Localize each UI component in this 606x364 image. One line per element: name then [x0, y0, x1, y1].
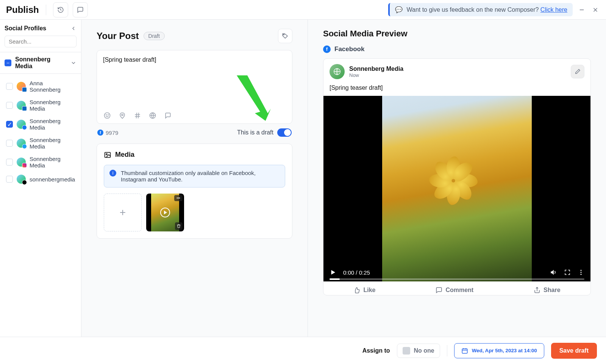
profile-row[interactable]: Sonnenberg Media	[0, 153, 81, 172]
avatar-icon	[333, 67, 341, 76]
globe-button[interactable]	[148, 111, 157, 120]
info-icon: i	[109, 170, 116, 177]
volume-icon	[550, 269, 557, 276]
hashtag-button[interactable]	[133, 111, 142, 120]
share-icon	[534, 287, 540, 294]
media-card: Media i Thumbnail customization only ava…	[97, 144, 292, 239]
video-progress[interactable]	[330, 278, 584, 280]
chat-icon	[77, 6, 84, 13]
divider	[46, 5, 46, 15]
profile-name: sonnenbergmedia	[30, 176, 75, 183]
search-input[interactable]	[9, 38, 81, 45]
pin-icon	[119, 112, 126, 119]
minimize-button[interactable]	[577, 5, 586, 14]
profile-group-header[interactable]: – Sonnenberg Media	[0, 52, 81, 74]
speech-icon	[164, 112, 172, 119]
preview-card: Sonnenberg Media Now [Spring teaser draf…	[323, 58, 591, 295]
profile-checkbox[interactable]	[6, 102, 13, 109]
svg-point-6	[105, 113, 110, 119]
globe-icon	[149, 112, 156, 119]
fullscreen-button[interactable]	[564, 269, 571, 276]
feedback-banner: 💬 Want to give us feedback on the new Co…	[388, 3, 573, 16]
media-title: Media	[115, 151, 134, 159]
content: Your Post Draft [Spring teaser draft]	[81, 20, 606, 337]
chevron-down-icon	[70, 60, 77, 66]
preview-card-header: Sonnenberg Media Now	[323, 59, 590, 84]
profile-row[interactable]: Anna Sonnenberg	[0, 77, 81, 96]
snippet-button[interactable]	[164, 111, 172, 120]
topbar: Publish 💬 Want to give us feedback on th…	[0, 0, 606, 20]
collapse-sidebar[interactable]	[70, 25, 77, 31]
save-draft-button[interactable]: Save draft	[551, 343, 597, 359]
profile-row[interactable]: Sonnenberg Media	[0, 96, 81, 115]
composer-textarea[interactable]: [Spring teaser draft]	[97, 50, 292, 107]
assign-select[interactable]: No one	[397, 344, 440, 358]
preview-account-name: Sonnenberg Media	[349, 66, 403, 72]
preview-column: Social Media Preview f Facebook Sonnenbe…	[308, 20, 606, 337]
profile-row[interactable]: sonnenbergmedia	[0, 172, 81, 187]
svg-point-8	[108, 115, 109, 116]
calendar-icon	[461, 347, 468, 354]
profile-avatar	[17, 101, 26, 110]
add-media-button[interactable]: +	[104, 194, 142, 231]
profile-avatar	[17, 82, 26, 91]
profile-checkbox[interactable]: ✓	[6, 121, 13, 128]
kebab-icon	[578, 269, 584, 276]
preview-actions: Like Comment Share	[323, 281, 590, 295]
chat-button[interactable]	[73, 2, 88, 17]
trash-icon	[176, 224, 181, 228]
thumb-more-button[interactable]: •••	[174, 195, 183, 201]
volume-button[interactable]	[550, 269, 557, 276]
schedule-button[interactable]: Wed, Apr 5th, 2023 at 14:00	[454, 343, 544, 358]
expand-group[interactable]	[70, 60, 77, 66]
profile-name: Sonnenberg Media	[30, 156, 75, 169]
preview-network-name: Facebook	[334, 45, 364, 53]
group-checkbox-indeterminate[interactable]: –	[5, 59, 11, 66]
preview-video[interactable]: 0:00 / 0:25	[323, 96, 590, 281]
location-button[interactable]	[118, 111, 127, 120]
sidebar-title: Social Profiles	[5, 25, 46, 32]
svg-point-17	[106, 153, 107, 155]
preview-text: [Spring teaser draft]	[323, 84, 590, 96]
profile-row[interactable]: Sonnenberg Media	[0, 134, 81, 153]
schedule-value: Wed, Apr 5th, 2023 at 14:00	[472, 348, 537, 353]
app-title: Publish	[6, 5, 39, 15]
svg-line-13	[138, 113, 139, 119]
edit-preview-button[interactable]	[571, 65, 584, 78]
history-button[interactable]	[53, 2, 68, 17]
history-icon	[57, 6, 64, 13]
divider	[447, 345, 447, 356]
composer-toolbar	[97, 107, 292, 123]
svg-point-7	[106, 115, 107, 116]
close-button[interactable]	[591, 5, 600, 14]
footer: Assign to No one Wed, Apr 5th, 2023 at 1…	[0, 337, 606, 364]
video-more-button[interactable]	[578, 269, 584, 276]
feedback-link[interactable]: Click here	[540, 6, 567, 13]
profile-checkbox[interactable]	[6, 140, 13, 147]
comment-button[interactable]: Comment	[436, 287, 473, 294]
main: Social Profiles – Sonnenberg Media Anna …	[0, 20, 606, 337]
emoji-button[interactable]	[103, 111, 111, 120]
network-badge-icon	[22, 144, 27, 149]
search-input-wrap[interactable]	[5, 36, 77, 47]
profile-row[interactable]: ✓Sonnenberg Media	[0, 115, 81, 134]
thumb-delete-button[interactable]	[175, 222, 183, 230]
draft-toggle[interactable]	[277, 128, 292, 137]
play-button[interactable]	[330, 269, 336, 276]
group-name: Sonnenberg Media	[15, 56, 67, 70]
media-thumbs: + •••	[104, 194, 285, 231]
svg-line-12	[136, 113, 137, 119]
media-thumb[interactable]: •••	[146, 194, 184, 231]
video-time: 0:00 / 0:25	[343, 269, 370, 276]
profile-checkbox[interactable]	[6, 83, 13, 90]
like-button[interactable]: Like	[353, 287, 375, 294]
profile-checkbox[interactable]	[6, 176, 13, 183]
share-button[interactable]: Share	[534, 287, 560, 294]
play-icon	[330, 269, 336, 276]
post-header: Your Post Draft	[97, 29, 292, 43]
network-badge-icon	[22, 87, 27, 92]
profile-checkbox[interactable]	[6, 159, 13, 166]
tags-button[interactable]	[278, 29, 292, 43]
svg-point-9	[122, 114, 123, 116]
network-badge-icon	[22, 180, 27, 185]
